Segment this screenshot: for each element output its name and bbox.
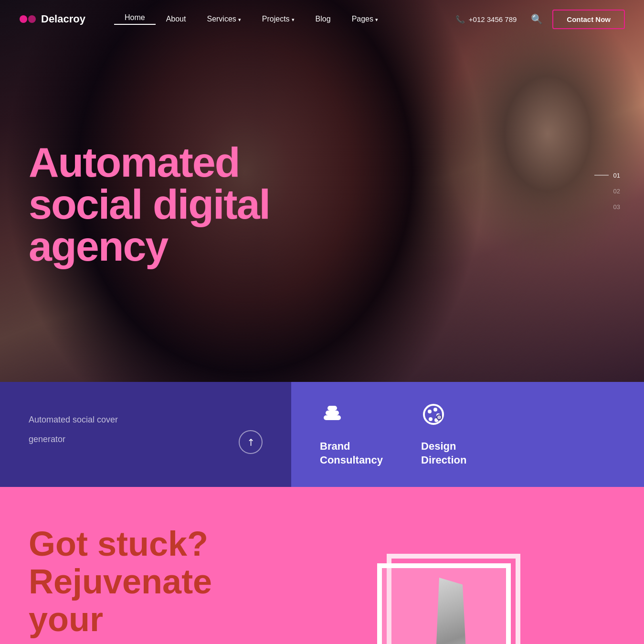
brand-icon (320, 402, 345, 432)
design-service-name: DesignDirection (421, 440, 466, 467)
band-right: BrandConsultancy DesignDirection (291, 382, 644, 487)
palette-icon (421, 402, 446, 432)
svg-point-0 (20, 15, 27, 23)
nav-item-blog[interactable]: Blog (305, 15, 341, 23)
service-card-brand[interactable]: BrandConsultancy (320, 402, 383, 467)
hero-heading-line2: social digital (29, 180, 270, 228)
band-arrow-block: ↗ (239, 430, 263, 454)
contact-now-button[interactable]: Contact Now (552, 10, 625, 29)
pink-section: Got stuck? Rejuvenate your business (0, 487, 644, 644)
navbar: Delacroy Home About Services▾ Projects▾ … (0, 0, 644, 38)
service-card-design[interactable]: DesignDirection (421, 402, 466, 467)
chevron-down-icon: ▾ (238, 17, 241, 22)
brand-service-name: BrandConsultancy (320, 440, 383, 467)
nav-item-pages[interactable]: Pages▾ (341, 15, 389, 23)
3d-object (363, 535, 530, 644)
svg-point-10 (429, 417, 433, 421)
pink-heading: Got stuck? Rejuvenate your business (29, 525, 258, 644)
brand-name: Delacroy (41, 13, 85, 25)
band-subtitle: Automated social cover (29, 415, 118, 425)
slide-indicators: 01 02 03 (594, 172, 620, 211)
search-button[interactable]: 🔍 (531, 13, 543, 25)
svg-point-1 (28, 15, 36, 23)
svg-rect-2 (324, 415, 341, 420)
stone-object (434, 578, 468, 644)
nav-item-home[interactable]: Home (114, 13, 156, 25)
pink-heading-line1: Got stuck? (29, 525, 208, 563)
nav-phone: 📞 +012 3456 789 (455, 15, 517, 24)
arrow-link-button[interactable]: ↗ (234, 425, 268, 459)
nav-right: 🔍 Contact Now (531, 10, 625, 29)
pink-visual-block (277, 525, 615, 644)
phone-icon: 📞 (455, 15, 465, 24)
slide-indicator-1[interactable]: 01 (594, 172, 620, 179)
band-left: Automated social cover generator ↗ (0, 382, 291, 487)
nav-item-about[interactable]: About (156, 15, 197, 23)
pink-text-block: Got stuck? Rejuvenate your business (29, 525, 258, 644)
chevron-down-icon: ▾ (292, 17, 295, 22)
svg-point-6 (428, 410, 432, 413)
pink-heading-line2: Rejuvenate (29, 562, 212, 601)
hero-section: Automated social digital agency 01 02 03 (0, 0, 644, 382)
logo-link[interactable]: Delacroy (19, 11, 85, 28)
svg-rect-4 (327, 406, 337, 411)
nav-links: Home About Services▾ Projects▾ Blog Page… (114, 13, 455, 25)
svg-point-7 (433, 408, 437, 412)
svg-point-12 (437, 415, 441, 419)
logo-icon (19, 11, 36, 28)
phone-number: +012 3456 789 (469, 15, 517, 23)
bottom-band: Automated social cover generator ↗ Brand… (0, 382, 644, 487)
nav-item-projects[interactable]: Projects▾ (252, 15, 305, 23)
nav-item-services[interactable]: Services▾ (196, 15, 251, 23)
hero-heading: Automated social digital agency (29, 141, 270, 267)
hero-heading-line3: agency (29, 222, 168, 270)
slide-indicator-2[interactable]: 02 (613, 188, 620, 195)
hero-heading-line1: Automated (29, 138, 240, 186)
pink-heading-line3: your business (29, 600, 178, 644)
band-left-inner: Automated social cover generator ↗ (29, 415, 263, 454)
slide-indicator-3[interactable]: 03 (613, 203, 620, 211)
svg-rect-3 (326, 411, 339, 415)
chevron-down-icon: ▾ (375, 17, 378, 22)
band-subtitle2: generator (29, 434, 118, 444)
search-icon: 🔍 (531, 14, 543, 24)
hero-content: Automated social digital agency (29, 141, 270, 277)
band-subtitle-block: Automated social cover generator (29, 415, 118, 454)
svg-point-5 (424, 405, 443, 424)
